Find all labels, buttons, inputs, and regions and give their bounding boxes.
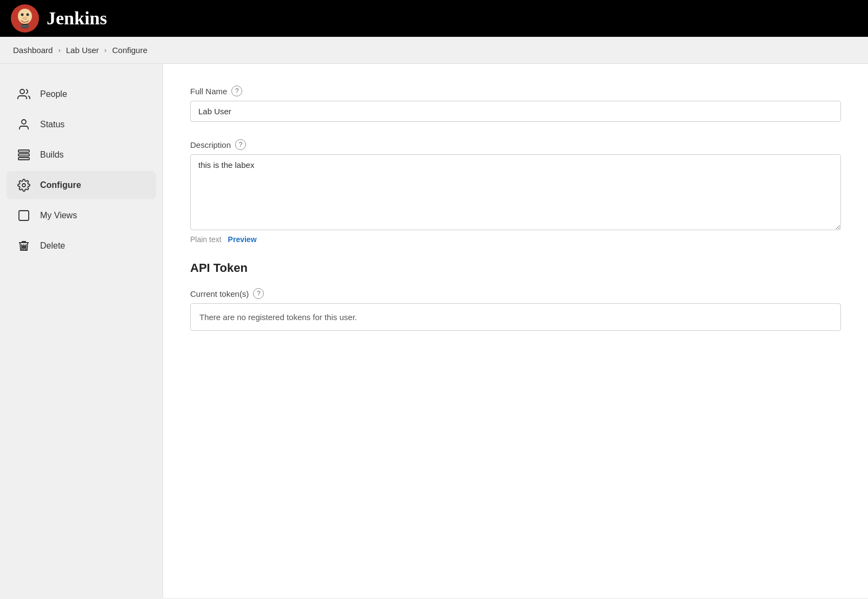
description-group: Description ? this is the labex Plain te…: [190, 139, 841, 244]
svg-point-2: [21, 14, 24, 16]
logo-container: Jenkins: [11, 4, 107, 32]
jenkins-logo-icon: [11, 4, 39, 32]
breadcrumb-dashboard[interactable]: Dashboard: [13, 45, 53, 55]
people-icon: [16, 88, 31, 101]
configure-icon: [16, 179, 31, 192]
current-tokens-label: Current token(s): [190, 289, 249, 298]
sidebar: People Status Builds: [0, 64, 163, 598]
sidebar-item-people[interactable]: People: [7, 80, 156, 108]
current-tokens-help-icon[interactable]: ?: [253, 288, 264, 299]
plain-text-button[interactable]: Plain text: [190, 235, 222, 244]
svg-rect-13: [19, 211, 29, 220]
svg-rect-11: [18, 158, 29, 160]
svg-point-12: [22, 184, 25, 187]
svg-point-3: [27, 14, 29, 16]
sidebar-item-delete[interactable]: Delete: [7, 232, 156, 260]
api-token-section: API Token Current token(s) ? There are n…: [190, 261, 841, 331]
full-name-input[interactable]: [190, 101, 841, 122]
delete-icon: [16, 239, 31, 252]
main-content: Full Name ? Description ? this is the la…: [163, 64, 868, 598]
breadcrumb-sep-1: ›: [58, 46, 60, 54]
full-name-help-icon[interactable]: ?: [231, 86, 242, 96]
current-tokens-label-row: Current token(s) ?: [190, 288, 841, 299]
sidebar-item-my-views[interactable]: My Views: [7, 201, 156, 230]
svg-line-16: [26, 244, 27, 250]
svg-rect-6: [21, 25, 29, 28]
description-help-icon[interactable]: ?: [235, 139, 246, 150]
full-name-group: Full Name ?: [190, 86, 841, 122]
sidebar-label-people: People: [40, 89, 67, 99]
sidebar-item-status[interactable]: Status: [7, 110, 156, 139]
svg-point-7: [20, 89, 24, 94]
breadcrumb-lab-user[interactable]: Lab User: [66, 45, 99, 55]
description-label: Description: [190, 140, 231, 149]
breadcrumb-sep-2: ›: [105, 46, 107, 54]
svg-rect-9: [18, 150, 29, 152]
sidebar-label-my-views: My Views: [40, 211, 77, 220]
builds-icon: [16, 148, 31, 161]
app-title: Jenkins: [47, 8, 107, 29]
token-box: There are no registered tokens for this …: [190, 303, 841, 331]
sidebar-label-status: Status: [40, 120, 64, 129]
myviews-icon: [16, 209, 31, 222]
svg-rect-10: [18, 154, 29, 156]
sidebar-item-builds[interactable]: Builds: [7, 141, 156, 169]
sidebar-label-builds: Builds: [40, 150, 64, 160]
full-name-label: Full Name: [190, 87, 227, 96]
svg-point-8: [22, 120, 26, 124]
full-name-label-row: Full Name ?: [190, 86, 841, 96]
preview-button[interactable]: Preview: [228, 235, 257, 244]
no-tokens-message: There are no registered tokens for this …: [199, 312, 357, 322]
api-token-title: API Token: [190, 261, 841, 275]
sidebar-label-configure: Configure: [40, 180, 81, 190]
sidebar-item-configure[interactable]: Configure: [7, 171, 156, 199]
svg-line-14: [22, 244, 22, 250]
breadcrumb-current: Configure: [112, 45, 147, 55]
main-layout: People Status Builds: [0, 64, 868, 598]
description-label-row: Description ?: [190, 139, 841, 150]
current-tokens-group: Current token(s) ? There are no register…: [190, 288, 841, 331]
breadcrumb: Dashboard › Lab User › Configure: [0, 37, 868, 64]
svg-point-1: [18, 9, 32, 24]
text-format-bar: Plain text Preview: [190, 235, 841, 244]
status-icon: [16, 118, 31, 131]
sidebar-label-delete: Delete: [40, 241, 65, 251]
app-header: Jenkins: [0, 0, 868, 37]
description-textarea[interactable]: this is the labex: [190, 154, 841, 230]
svg-point-4: [22, 17, 28, 20]
